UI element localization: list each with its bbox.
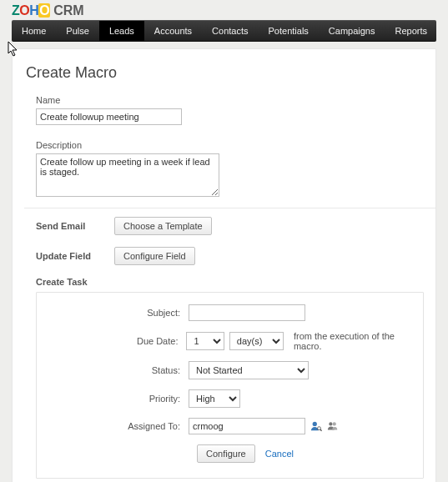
label-name: Name bbox=[36, 95, 435, 105]
label-due-date: Due Date: bbox=[37, 336, 186, 346]
cancel-task-link[interactable]: Cancel bbox=[265, 449, 294, 459]
main-nav: Home Pulse Leads Accounts Contacts Poten… bbox=[12, 20, 436, 42]
subject-input[interactable] bbox=[189, 304, 305, 321]
svg-point-3 bbox=[329, 422, 332, 425]
update-field-section: Update Field Configure Field bbox=[36, 247, 435, 265]
label-create-task: Create Task bbox=[36, 277, 103, 287]
group-lookup-icon[interactable] bbox=[327, 420, 339, 432]
due-number-select[interactable]: 1 bbox=[186, 332, 224, 350]
page-title: Create Macro bbox=[26, 64, 435, 82]
label-assigned-to: Assigned To: bbox=[37, 421, 189, 431]
assigned-to-input[interactable] bbox=[189, 418, 305, 434]
app-header: ZOHO CRM bbox=[0, 0, 448, 20]
priority-select[interactable]: High bbox=[189, 389, 240, 408]
due-unit-select[interactable]: day(s) bbox=[229, 332, 284, 350]
nav-reports[interactable]: Reports bbox=[385, 21, 437, 41]
label-priority: Priority: bbox=[37, 394, 189, 404]
nav-potentials[interactable]: Potentials bbox=[259, 21, 319, 41]
nav-pulse[interactable]: Pulse bbox=[56, 21, 99, 41]
label-send-email: Send Email bbox=[36, 221, 103, 231]
svg-point-4 bbox=[333, 422, 336, 425]
nav-accounts[interactable]: Accounts bbox=[144, 21, 202, 41]
create-task-section: Create Task bbox=[36, 277, 435, 287]
macro-description-input[interactable] bbox=[36, 153, 219, 197]
task-form: Subject: Due Date: 1 day(s) from the exe… bbox=[36, 292, 424, 479]
due-hint-text: from the execution of the macro. bbox=[294, 331, 423, 351]
svg-point-1 bbox=[318, 427, 321, 430]
configure-task-button[interactable]: Configure bbox=[197, 444, 255, 463]
status-select[interactable]: Not Started bbox=[189, 361, 309, 379]
user-lookup-icon[interactable] bbox=[310, 420, 322, 432]
svg-point-0 bbox=[313, 422, 317, 426]
cursor-icon bbox=[8, 41, 19, 58]
label-subject: Subject: bbox=[37, 308, 189, 318]
send-email-section: Send Email Choose a Template bbox=[36, 217, 435, 235]
label-description: Description bbox=[36, 140, 435, 150]
nav-home[interactable]: Home bbox=[12, 21, 56, 41]
app-name: CRM bbox=[53, 3, 83, 18]
nav-campaigns[interactable]: Campaigns bbox=[319, 21, 385, 41]
nav-contacts[interactable]: Contacts bbox=[202, 21, 258, 41]
macro-name-input[interactable] bbox=[36, 108, 182, 125]
page-body: Create Macro Name Description Send Email… bbox=[12, 48, 436, 482]
zoho-logo: ZOHO bbox=[12, 3, 50, 18]
configure-field-button[interactable]: Configure Field bbox=[114, 247, 195, 265]
choose-template-button[interactable]: Choose a Template bbox=[114, 217, 212, 235]
nav-dashboards[interactable]: Dashboards bbox=[437, 21, 448, 41]
nav-leads[interactable]: Leads bbox=[99, 21, 144, 41]
macro-basic-form: Name Description bbox=[36, 95, 435, 199]
svg-line-2 bbox=[320, 429, 322, 431]
label-status: Status: bbox=[37, 365, 189, 375]
label-update-field: Update Field bbox=[36, 251, 103, 261]
